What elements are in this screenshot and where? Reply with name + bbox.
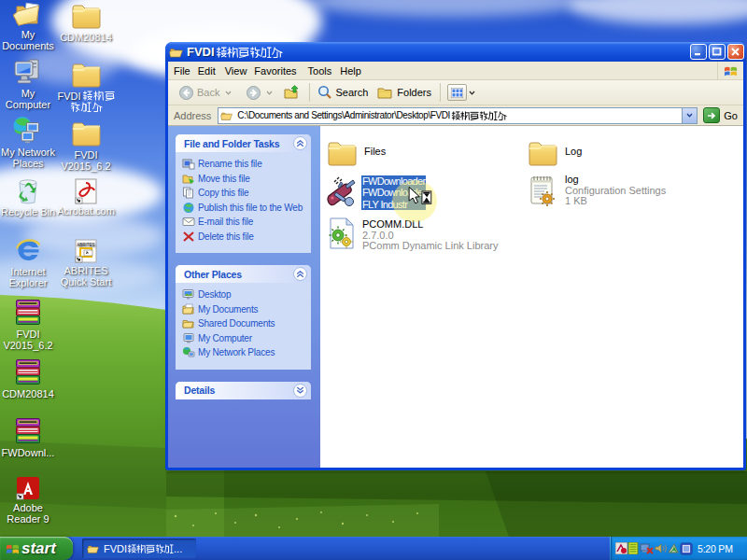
svg-text:ABRITES: ABRITES xyxy=(77,243,94,247)
